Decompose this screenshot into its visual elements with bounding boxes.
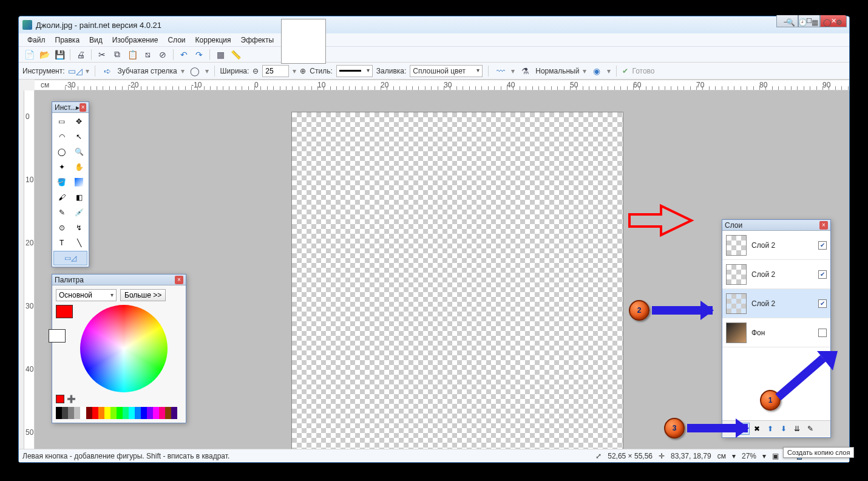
tool-move-selection[interactable]: ✥	[71, 114, 88, 129]
tool-move[interactable]: ↖	[71, 129, 88, 144]
tools-panel-close-icon[interactable]: ×	[80, 103, 86, 112]
menubar: Файл Правка Вид Изображение Слои Коррекц…	[19, 33, 849, 47]
app-icon	[22, 20, 32, 30]
tool-rect-select[interactable]: ▭	[53, 114, 70, 129]
image-thumbnail-tab[interactable]	[281, 19, 326, 64]
copy-icon[interactable]: ⧉	[110, 48, 124, 61]
layer-props-icon[interactable]: ✎	[804, 423, 816, 435]
status-size: 52,65 × 55,56	[608, 452, 653, 460]
layers-close-icon[interactable]: ×	[819, 221, 828, 230]
tooltip: Создать копию слоя	[783, 447, 854, 458]
tool-wand[interactable]: ✦	[53, 160, 70, 174]
crop-icon[interactable]: ⧅	[141, 48, 154, 61]
palette-add-icon[interactable]: ➕	[67, 395, 76, 403]
app-window: Джоли.jpg - paint.net версия 4.0.21 — ☐ …	[18, 16, 850, 463]
undo-icon[interactable]: ↶	[177, 48, 191, 61]
tool-text[interactable]: T	[53, 236, 70, 250]
layer-thumb	[726, 322, 747, 343]
layer-merge-icon[interactable]: ⇊	[791, 423, 803, 435]
menu-image[interactable]: Изображение	[107, 35, 163, 46]
layer-visibility-checkbox[interactable]: ✔	[818, 270, 827, 279]
layer-name: Слой 2	[751, 299, 813, 308]
layer-row[interactable]: Слой 2✔	[722, 289, 830, 318]
width-minus-icon[interactable]: ⊖	[253, 67, 259, 75]
width-plus-icon[interactable]: ⊕	[300, 67, 306, 75]
layers-window-toggle-icon[interactable]: ▦	[809, 17, 820, 28]
tool-zoom[interactable]: 🔍	[71, 145, 88, 159]
palette-panel: Палитра× Основной Больше >> ➕	[52, 274, 186, 423]
status-zoom[interactable]: 27%	[742, 452, 756, 460]
save-icon[interactable]: 💾	[53, 48, 66, 61]
ruler-horizontal: см -30-20-100102030405060708090	[35, 80, 849, 90]
layer-row[interactable]: Слой 2✔	[722, 260, 830, 289]
history-window-toggle-icon[interactable]: 🕘	[797, 17, 808, 28]
tool-line[interactable]: ╲	[71, 236, 88, 250]
blend-icon[interactable]: ⚗	[518, 64, 532, 78]
layer-row[interactable]: Фон	[722, 318, 830, 347]
fill-combo[interactable]: Сплошной цвет	[410, 65, 483, 77]
width-label: Ширина:	[220, 67, 249, 75]
antialias-icon[interactable]: 〰	[494, 64, 507, 78]
tool-pencil[interactable]: ✎	[53, 205, 70, 220]
paste-icon[interactable]: 📋	[126, 48, 139, 61]
open-icon[interactable]: 📂	[38, 48, 51, 61]
layer-row[interactable]: Слой 2✔	[722, 231, 830, 260]
commit-label[interactable]: Готово	[632, 67, 654, 75]
width-input[interactable]	[262, 65, 289, 77]
new-icon[interactable]: 📄	[22, 48, 36, 61]
tools-window-toggle-icon[interactable]: 🔍	[785, 17, 796, 28]
layer-down-icon[interactable]: ⬇	[778, 423, 790, 435]
tool-shapes[interactable]: ▭◿	[53, 251, 87, 265]
fill-label: Заливка:	[376, 67, 407, 75]
tool-fill[interactable]: 🪣	[53, 175, 70, 189]
layer-visibility-checkbox[interactable]	[818, 329, 827, 337]
primary-color-swatch[interactable]	[56, 305, 73, 318]
drawn-arrow-shape[interactable]	[626, 202, 699, 241]
tool-gradient[interactable]	[71, 175, 88, 189]
palette-more-button[interactable]: Больше >>	[120, 289, 166, 301]
tool-clone[interactable]: ⊙	[53, 220, 70, 235]
tool-color-picker[interactable]: 💉	[71, 205, 88, 220]
palette-strip[interactable]	[56, 407, 177, 419]
ruler-toggle-icon[interactable]: 📏	[229, 48, 242, 61]
deselect-icon[interactable]: ⊘	[156, 48, 169, 61]
menu-file[interactable]: Файл	[22, 35, 50, 46]
style-combo[interactable]	[336, 65, 373, 77]
menu-layers[interactable]: Слои	[163, 35, 190, 46]
tool-brush[interactable]: 🖌	[53, 190, 70, 205]
colors-window-toggle-icon[interactable]: ◯	[821, 17, 832, 28]
print-icon[interactable]: 🖨	[74, 48, 87, 61]
cut-icon[interactable]: ✂	[95, 48, 109, 61]
layers-title: Слои	[725, 221, 742, 230]
secondary-color-swatch[interactable]	[49, 329, 66, 343]
style-label: Стиль:	[310, 67, 332, 75]
palette-mode-combo[interactable]: Основной	[56, 289, 117, 301]
tool-pan[interactable]: ✋	[71, 160, 88, 174]
tool-lasso[interactable]: ◠	[53, 129, 70, 144]
recent-color-swatch[interactable]	[56, 395, 64, 403]
tools-panel: Инст...▸× ▭ ✥ ◠ ↖ ◯ 🔍 ✦ ✋ 🪣 🖌 ◧ ✎ 💉 ⊙ ↯ …	[52, 101, 89, 267]
menu-adjust[interactable]: Коррекция	[191, 35, 236, 46]
menu-edit[interactable]: Правка	[50, 35, 85, 46]
tool-ellipse-select[interactable]: ◯	[53, 145, 70, 159]
layer-up-icon[interactable]: ⬆	[764, 423, 776, 435]
canvas[interactable]	[292, 112, 623, 449]
sampling-icon[interactable]: ◉	[590, 64, 603, 78]
menu-effects[interactable]: Эффекты	[236, 35, 279, 46]
tool-recolor[interactable]: ↯	[71, 220, 88, 235]
redo-icon[interactable]: ↷	[192, 48, 206, 61]
status-fit-icon[interactable]: ▣	[772, 452, 779, 460]
shape-picker-icon[interactable]: ➪	[101, 64, 114, 78]
layer-visibility-checkbox[interactable]: ✔	[818, 299, 827, 308]
settings-icon[interactable]: ⚙	[833, 17, 844, 28]
tool-picker-icon[interactable]: ▭◿	[69, 64, 82, 78]
menu-view[interactable]: Вид	[84, 35, 107, 46]
palette-close-icon[interactable]: ×	[175, 276, 183, 284]
grid-toggle-icon[interactable]: ▦	[214, 48, 227, 61]
color-wheel[interactable]	[80, 305, 168, 392]
status-unit[interactable]: см	[717, 452, 726, 460]
layer-visibility-checkbox[interactable]: ✔	[818, 241, 827, 250]
layer-name: Слой 2	[751, 270, 813, 279]
shape-mode-icon[interactable]: ◯	[188, 64, 202, 78]
tool-eraser[interactable]: ◧	[71, 190, 88, 205]
